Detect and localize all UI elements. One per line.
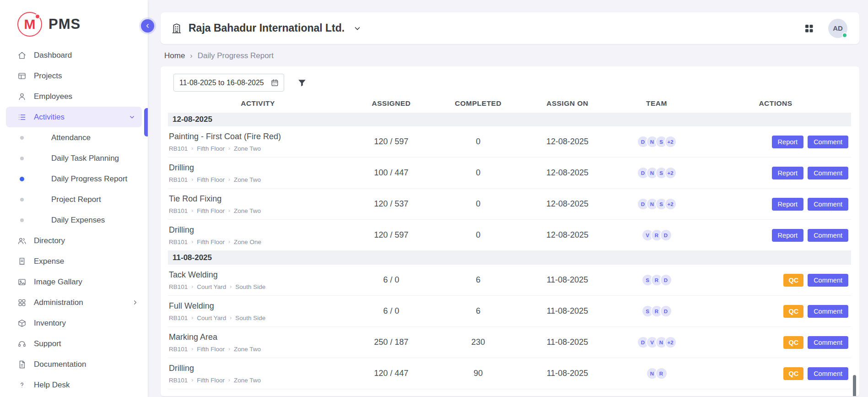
qc-button[interactable]: QC xyxy=(783,367,803,380)
table-row: Tie Rod FixingRB101›Fifth Floor›Zone Two… xyxy=(168,189,851,220)
qc-button[interactable]: QC xyxy=(783,305,803,318)
apps-grid-icon xyxy=(803,23,814,34)
sidebar-nav: DashboardProjectsEmployeesActivitiesAtte… xyxy=(0,45,148,395)
actions-cell: QCComment xyxy=(700,336,851,349)
sidebar-subitem-project-report[interactable]: Project Report xyxy=(0,189,148,210)
column-header: ASSIGN ON xyxy=(522,99,613,108)
path-separator-icon: › xyxy=(191,145,193,152)
location-segment: RB101 xyxy=(169,239,188,245)
report-card: 11-08-2025 to 16-08-2025 ACTIVITYASSIGNE… xyxy=(161,66,859,396)
sidebar-subitem-label: Attendance xyxy=(51,133,91,142)
team-cell: DNS+2 xyxy=(613,198,700,210)
comment-button[interactable]: Comment xyxy=(808,167,848,179)
help-icon xyxy=(17,381,27,390)
location-segment: South Side xyxy=(235,283,265,290)
date-range-value: 11-08-2025 to 16-08-2025 xyxy=(179,79,264,87)
sidebar-item-help-desk[interactable]: Help Desk xyxy=(0,375,148,395)
vertical-scrollbar-thumb[interactable] xyxy=(853,375,856,396)
sidebar-subitem-daily-progress-report[interactable]: Daily Progress Report xyxy=(0,169,148,189)
filter-button[interactable] xyxy=(297,78,307,88)
sidebar-item-projects[interactable]: Projects xyxy=(0,65,148,86)
sidebar-item-expense[interactable]: Expense xyxy=(0,251,148,272)
location-segment: Fifth Floor xyxy=(197,377,225,384)
comment-button[interactable]: Comment xyxy=(808,198,848,211)
comment-button[interactable]: Comment xyxy=(808,336,848,349)
team-cell: VRD xyxy=(613,229,700,241)
team-more-badge[interactable]: +2 xyxy=(664,136,677,148)
sidebar-subitem-daily-expenses[interactable]: Daily Expenses xyxy=(0,210,148,230)
building-icon xyxy=(171,22,183,34)
date-range-input[interactable]: 11-08-2025 to 16-08-2025 xyxy=(173,74,284,92)
report-button[interactable]: Report xyxy=(772,136,804,148)
completed-cell: 90 xyxy=(435,369,522,378)
team-avatar[interactable]: D xyxy=(660,274,672,286)
sidebar: M PMS DashboardProjectsEmployeesActiviti… xyxy=(0,0,148,397)
assign-on-cell: 11-08-2025 xyxy=(522,369,613,378)
comment-button[interactable]: Comment xyxy=(808,136,848,148)
sidebar-item-administration[interactable]: Administration xyxy=(0,292,148,313)
path-separator-icon: › xyxy=(228,145,230,152)
comment-button[interactable]: Comment xyxy=(808,367,848,380)
path-separator-icon: › xyxy=(228,176,230,183)
team-avatar[interactable]: D xyxy=(660,229,672,241)
app-logo[interactable]: M PMS xyxy=(0,0,148,45)
assign-on-cell: 11-08-2025 xyxy=(522,337,613,347)
location-segment: RB101 xyxy=(169,207,188,214)
breadcrumb-home-link[interactable]: Home xyxy=(164,51,185,60)
sidebar-item-documentation[interactable]: Documentation xyxy=(0,354,148,375)
comment-button[interactable]: Comment xyxy=(808,229,848,242)
comment-button[interactable]: Comment xyxy=(808,305,848,318)
sidebar-item-inventory[interactable]: Inventory xyxy=(0,313,148,333)
sidebar-item-label: Activities xyxy=(34,113,65,122)
team-more-badge[interactable]: +2 xyxy=(664,336,677,348)
date-group-header: 12-08-2025 xyxy=(168,113,851,126)
sidebar-collapse-button[interactable] xyxy=(141,19,154,33)
team-avatar[interactable]: D xyxy=(660,305,672,317)
sidebar-item-dashboard[interactable]: Dashboard xyxy=(0,45,148,65)
activity-title: Tie Rod Fixing xyxy=(169,194,348,204)
activity-cell: Full WeldingRB101›Court Yard›South Side xyxy=(168,301,348,321)
team-more-badge[interactable]: +2 xyxy=(664,167,677,179)
table-row: DrillingRB101›Fifth Floor›Zone Two120 / … xyxy=(168,358,851,389)
assign-on-cell: 12-08-2025 xyxy=(522,137,613,147)
apps-grid-button[interactable] xyxy=(803,23,814,34)
logo-letter: M xyxy=(24,16,36,32)
qc-button[interactable]: QC xyxy=(783,274,803,287)
sidebar-item-label: Inventory xyxy=(34,319,66,328)
report-button[interactable]: Report xyxy=(772,198,804,211)
user-avatar[interactable]: AD xyxy=(828,19,847,38)
location-segment: Zone Two xyxy=(234,346,261,353)
activity-title: Drilling xyxy=(169,225,348,235)
path-separator-icon: › xyxy=(191,346,193,352)
report-button[interactable]: Report xyxy=(772,167,804,179)
completed-cell: 0 xyxy=(435,199,522,209)
activity-title: Drilling xyxy=(169,364,348,373)
team-avatar[interactable]: R xyxy=(655,367,668,380)
assigned-cell: 120 / 537 xyxy=(348,199,435,209)
sidebar-item-image-gallary[interactable]: Image Gallary xyxy=(0,272,148,292)
team-more-badge[interactable]: +2 xyxy=(664,198,677,210)
main-area: Raja Bahadur International Ltd. AD Home … xyxy=(148,0,868,397)
actions-cell: ReportComment xyxy=(700,229,851,242)
comment-button[interactable]: Comment xyxy=(808,274,848,287)
team-cell: DVN+2 xyxy=(613,336,700,348)
location-segment: Fifth Floor xyxy=(197,207,225,214)
sidebar-item-directory[interactable]: Directory xyxy=(0,230,148,251)
report-button[interactable]: Report xyxy=(772,229,804,242)
completed-cell: 6 xyxy=(435,306,522,316)
team-cell: DNS+2 xyxy=(613,167,700,179)
company-selector[interactable]: Raja Bahadur International Ltd. xyxy=(171,22,361,34)
calendar-icon[interactable] xyxy=(270,78,279,87)
team-cell: SRD xyxy=(613,274,700,286)
active-nav-indicator xyxy=(144,108,148,136)
sidebar-item-activities[interactable]: Activities xyxy=(6,107,142,127)
sidebar-subitem-label: Daily Progress Report xyxy=(51,174,127,184)
qc-button[interactable]: QC xyxy=(783,336,803,349)
table-row: Tack WeldingRB101›Court Yard›South Side6… xyxy=(168,265,851,296)
sidebar-item-employees[interactable]: Employees xyxy=(0,86,148,107)
path-separator-icon: › xyxy=(191,239,193,245)
sidebar-item-support[interactable]: Support xyxy=(0,333,148,354)
sidebar-subitem-daily-task-planning[interactable]: Daily Task Planning xyxy=(0,148,148,169)
activity-cell: DrillingRB101›Fifth Floor›Zone One xyxy=(168,225,348,245)
sidebar-subitem-attendance[interactable]: Attendance xyxy=(0,127,148,148)
